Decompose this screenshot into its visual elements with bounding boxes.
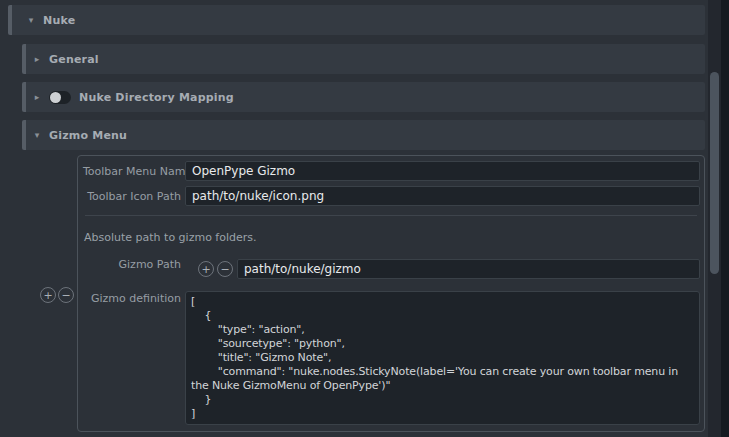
- scrollbar-thumb[interactable]: [710, 72, 719, 274]
- toolbar-icon-path-label: Toolbar Icon Path: [83, 190, 181, 203]
- gizmo-menu-remove-button[interactable]: −: [58, 287, 74, 303]
- gizmo-path-description: Absolute path to gizmo folders.: [84, 231, 257, 244]
- section-divider: [85, 215, 697, 216]
- gizmo-path-input[interactable]: [237, 259, 700, 279]
- toolbar-icon-path-input[interactable]: [185, 186, 700, 206]
- gizmo-definition-label: Gizmo definition: [83, 292, 181, 305]
- section-label-nuke: Nuke: [43, 14, 75, 27]
- section-header-nuke[interactable]: ▾ Nuke: [8, 5, 705, 35]
- plus-icon: +: [201, 263, 210, 276]
- scrollbar-track[interactable]: [708, 0, 721, 437]
- toolbar-menu-name-input[interactable]: [185, 161, 700, 181]
- chevron-right-icon: ▸: [31, 92, 43, 102]
- section-header-gizmo-menu[interactable]: ▾ Gizmo Menu: [22, 120, 705, 150]
- toggle-knob: [50, 92, 61, 103]
- gizmo-path-add-button[interactable]: +: [198, 261, 214, 277]
- gizmo-menu-add-button[interactable]: +: [40, 287, 56, 303]
- section-label-gizmo-menu: Gizmo Menu: [49, 129, 127, 142]
- minus-icon: −: [61, 289, 70, 302]
- chevron-down-icon: ▾: [31, 130, 43, 140]
- section-header-general[interactable]: ▸ General: [22, 44, 705, 74]
- section-header-nuke-directory-mapping[interactable]: ▸ Nuke Directory Mapping: [22, 82, 705, 112]
- gizmo-path-label: Gizmo Path: [83, 258, 181, 271]
- toolbar-menu-name-label: Toolbar Menu Name: [83, 165, 181, 178]
- plus-icon: +: [43, 289, 52, 302]
- section-label-general: General: [49, 53, 99, 66]
- gizmo-path-remove-button[interactable]: −: [217, 261, 233, 277]
- section-label-nuke-directory-mapping: Nuke Directory Mapping: [79, 91, 234, 104]
- settings-page: ▾ Nuke ▸ General ▸ Nuke Directory Mappin…: [0, 0, 729, 437]
- right-edge-strip: [721, 0, 729, 437]
- minus-icon: −: [220, 263, 229, 276]
- nuke-directory-mapping-toggle[interactable]: [49, 91, 71, 104]
- gizmo-definition-textarea[interactable]: [ { "type": "action", "sourcetype": "pyt…: [185, 291, 700, 425]
- chevron-down-icon: ▾: [25, 15, 37, 25]
- chevron-right-icon: ▸: [31, 54, 43, 64]
